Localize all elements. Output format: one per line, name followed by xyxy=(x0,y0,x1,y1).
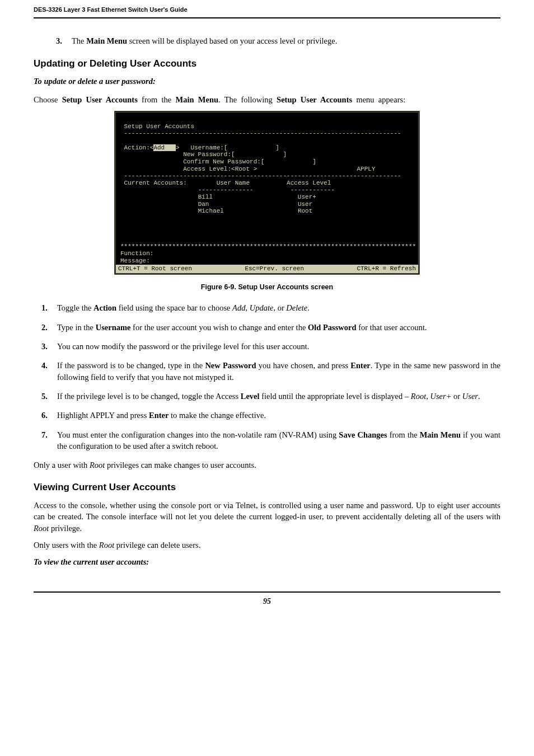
after-steps-paragraph: Only a user with Root privileges can mak… xyxy=(34,459,500,471)
heading-viewing: Viewing Current User Accounts xyxy=(34,481,500,494)
list-item-3: 3. The Main Menu screen will be displaye… xyxy=(34,35,500,46)
step-text: Highlight APPLY and press Enter to make … xyxy=(57,410,500,421)
access-level-field[interactable]: Access Level:<Root > xyxy=(183,166,257,172)
intro-paragraph: Choose Setup User Accounts from the Main… xyxy=(34,94,500,105)
status-mid: Esc=Prev. screen xyxy=(245,265,304,273)
step-item: 1.Toggle the Action field using the spac… xyxy=(34,302,500,313)
step-text: Type in the Username for the user accoun… xyxy=(57,322,500,333)
row-acc: User+ xyxy=(298,194,316,200)
figure-caption: Figure 6-9. Setup User Accounts screen xyxy=(34,283,500,293)
subhead-view: To view the current user accounts: xyxy=(34,556,500,567)
step-item: 3.You can now modify the password or the… xyxy=(34,341,500,352)
step-text: You can now modify the password or the p… xyxy=(57,341,500,352)
page-header: DES-3326 Layer 3 Fast Ethernet Switch Us… xyxy=(34,0,500,18)
page-number: 95 xyxy=(34,593,500,618)
step-num: 4. xyxy=(41,360,57,383)
header-title: DES-3326 Layer 3 Fast Ethernet Switch Us… xyxy=(34,6,188,13)
list-text: The Main Menu screen will be displayed b… xyxy=(72,35,500,46)
page-footer: 95 xyxy=(34,591,500,618)
row-user: Michael xyxy=(198,208,224,214)
step-num: 5. xyxy=(41,391,57,402)
apply-button[interactable]: APPLY xyxy=(357,166,375,172)
step-num: 2. xyxy=(41,322,57,333)
row-user: Bill xyxy=(198,194,213,200)
page-content: 3. The Main Menu screen will be displaye… xyxy=(0,18,534,580)
action-field[interactable]: Add xyxy=(153,144,176,151)
steps-list: 1.Toggle the Action field using the spac… xyxy=(34,302,500,452)
viewing-paragraph-1: Access to the console, whether using the… xyxy=(34,500,500,534)
step-text: Toggle the Action field using the space … xyxy=(57,302,500,313)
row-acc: Root xyxy=(298,208,312,214)
row-user: Dan xyxy=(198,201,209,208)
step-num: 7. xyxy=(41,429,57,452)
step-item: 4.If the password is to be changed, type… xyxy=(34,360,500,383)
step-item: 7.You must enter the configuration chang… xyxy=(34,429,500,452)
step-num: 6. xyxy=(41,410,57,421)
status-left: CTRL+T = Root screen xyxy=(118,265,192,273)
col-access: Access Level xyxy=(287,180,331,186)
terminal-statusbar: CTRL+T = Root screen Esc=Prev. screen CT… xyxy=(116,265,418,273)
function-line: Function: xyxy=(120,250,153,257)
row-acc: User xyxy=(298,201,312,208)
step-item: 2.Type in the Username for the user acco… xyxy=(34,322,500,333)
viewing-paragraph-2: Only users with the Root privilege can d… xyxy=(34,539,500,551)
step-item: 5.If the privilege level is to be change… xyxy=(34,391,500,402)
status-right: CTRL+R = Refresh xyxy=(357,265,416,273)
step-text: If the privilege level is to be changed,… xyxy=(57,391,500,402)
new-password-field[interactable]: New Password:[ ] xyxy=(183,151,287,158)
step-text: You must enter the configuration changes… xyxy=(57,429,500,452)
heading-updating: Updating or Deleting User Accounts xyxy=(34,57,500,71)
step-num: 3. xyxy=(41,341,57,352)
message-line: Message: xyxy=(120,257,150,264)
step-item: 6.Highlight APPLY and press Enter to mak… xyxy=(34,410,500,421)
subhead-update: To update or delete a user password: xyxy=(34,76,500,87)
terminal-text: Setup User Accounts --------------------… xyxy=(116,112,418,264)
terminal-screenshot: Setup User Accounts --------------------… xyxy=(114,111,420,275)
username-field[interactable]: Username:[ ] xyxy=(190,144,279,151)
confirm-password-field[interactable]: Confirm New Password:[ ] xyxy=(183,158,316,165)
list-num: 3. xyxy=(56,35,72,46)
step-num: 1. xyxy=(41,302,57,313)
figure-6-9: Setup User Accounts --------------------… xyxy=(34,111,500,292)
col-username: User Name xyxy=(217,180,250,186)
step-text: If the password is to be changed, type i… xyxy=(57,360,500,383)
